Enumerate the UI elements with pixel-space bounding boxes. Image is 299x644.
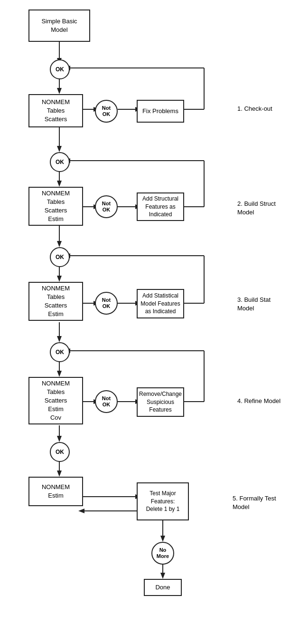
ok1-circle: OK [50, 59, 70, 79]
not-ok3-circle: NotOK [95, 292, 118, 315]
step3-label: 3. Build StatModel [237, 296, 294, 313]
fix-problems-box: Fix Problems [137, 100, 184, 123]
step1-label: 1. Check-out [237, 105, 290, 113]
svg-marker-13 [57, 146, 62, 152]
svg-marker-59 [160, 573, 165, 579]
remove-change-box: Remove/ChangeSuspiciousFeatures [137, 387, 184, 417]
nonmem5-box: NONMEMEstim [28, 477, 83, 506]
nonmem3-box: NONMEMTablesScattersEstim [28, 282, 83, 321]
step2-label: 2. Build StructModel [237, 200, 294, 217]
not-ok2-circle: NotOK [95, 195, 118, 218]
done-box: Done [144, 579, 182, 596]
nonmem1-box: NONMEMTablesScatters [28, 94, 83, 127]
nonmem4-box: NONMEMTablesScattersEstimCov [28, 377, 83, 424]
flowchart: Simple BasicModel OK NONMEMTablesScatter… [0, 0, 299, 644]
simple-basic-model-box: Simple BasicModel [28, 10, 90, 42]
step5-label: 5. Formally TestModel [233, 494, 294, 511]
ok5-circle: OK [50, 442, 70, 462]
svg-marker-27 [57, 276, 62, 282]
svg-marker-55 [78, 509, 84, 513]
svg-marker-15 [57, 181, 62, 187]
svg-marker-3 [57, 88, 62, 94]
ok4-circle: OK [50, 342, 70, 362]
svg-marker-49 [57, 436, 62, 442]
svg-marker-25 [57, 241, 62, 247]
svg-marker-37 [57, 336, 62, 342]
svg-marker-39 [57, 371, 62, 377]
add-statistical-box: Add StatisticalModel Featuresas Indicate… [137, 289, 184, 318]
step4-label: 4. Refine Model [237, 397, 294, 405]
ok2-circle: OK [50, 152, 70, 172]
not-ok1-circle: NotOK [95, 100, 118, 123]
not-ok4-circle: NotOK [95, 390, 118, 413]
svg-marker-57 [160, 536, 165, 542]
ok3-circle: OK [50, 247, 70, 267]
svg-marker-51 [57, 471, 62, 477]
add-structural-box: Add StructuralFeatures asIndicated [137, 192, 184, 221]
nonmem2-box: NONMEMTablesScattersEstim [28, 187, 83, 226]
no-more-circle: NoMore [151, 542, 174, 565]
test-major-box: Test MajorFeatures:Delete 1 by 1 [137, 482, 189, 520]
